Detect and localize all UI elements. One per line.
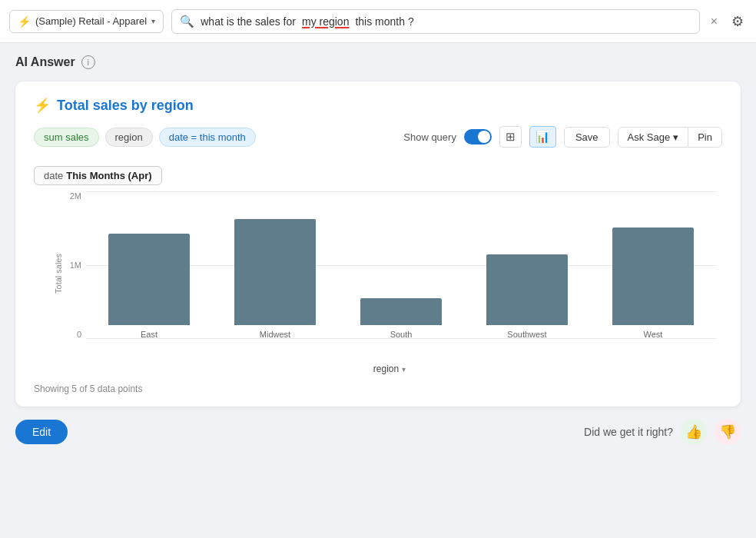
tags-row: sum sales region date = this month xyxy=(34,128,256,147)
bar-southwest xyxy=(486,254,569,325)
edit-button[interactable]: Edit xyxy=(15,420,68,444)
bar-east xyxy=(108,234,191,325)
feedback-text: Did we get it right? xyxy=(584,426,673,438)
date-badge-prefix: date xyxy=(44,170,63,181)
thumbup-button[interactable]: 👍 xyxy=(681,419,707,445)
bar-label-east: East xyxy=(141,330,158,339)
region-chevron-icon: ▾ xyxy=(402,365,406,374)
datasource-selector[interactable]: ⚡ (Sample) Retail - Apparel ▾ xyxy=(9,10,164,33)
ask-sage-label: Ask Sage xyxy=(628,131,671,143)
table-icon: ⊞ xyxy=(506,130,516,144)
y-label-1m: 1M xyxy=(70,261,81,270)
bar-midwest xyxy=(234,219,317,325)
thumbdown-button[interactable]: 👎 xyxy=(715,419,741,445)
clear-button[interactable]: × xyxy=(708,14,721,29)
bar-chart-icon: 📊 xyxy=(536,130,550,144)
card-title-group: ⚡ Total sales by region xyxy=(34,97,194,114)
search-query-region: my region xyxy=(302,15,349,28)
bar-south xyxy=(360,298,443,325)
card-footer: Showing 5 of 5 data points xyxy=(34,384,722,394)
bar-label-south: South xyxy=(390,330,413,339)
show-query-label: Show query xyxy=(403,131,456,143)
bar-group-southwest: Southwest xyxy=(464,191,590,339)
settings-button[interactable]: ⚙ xyxy=(728,10,747,33)
bar-group-south: South xyxy=(338,191,464,339)
datasource-label: (Sample) Retail - Apparel xyxy=(35,15,147,27)
datasource-icon: ⚡ xyxy=(18,15,31,28)
ai-answer-title: AI Answer xyxy=(15,55,75,69)
y-axis-labels: 2M 1M 0 xyxy=(57,191,86,339)
bar-west xyxy=(612,227,695,325)
top-bar: ⚡ (Sample) Retail - Apparel ▾ 🔍 what is … xyxy=(0,0,756,43)
bar-label-southwest: Southwest xyxy=(507,330,546,339)
ai-answer-header: AI Answer i xyxy=(15,55,741,69)
tag-date[interactable]: date = this month xyxy=(159,128,256,147)
region-label-row[interactable]: region ▾ xyxy=(57,364,722,374)
bottom-bar: Edit Did we get it right? 👍 👎 xyxy=(15,419,741,445)
chart-card: ⚡ Total sales by region sum sales region… xyxy=(15,81,741,407)
bar-group-west: West xyxy=(590,191,716,339)
search-query-suffix: this month ? xyxy=(355,15,413,28)
region-dropdown-label: region xyxy=(373,364,399,374)
pin-button[interactable]: Pin xyxy=(688,127,722,148)
datasource-chevron-icon: ▾ xyxy=(151,17,155,25)
bar-label-midwest: Midwest xyxy=(260,330,290,339)
ask-sage-button[interactable]: Ask Sage ▾ xyxy=(618,127,689,148)
bar-group-east: East xyxy=(86,191,212,339)
bar-group-midwest: Midwest xyxy=(212,191,338,339)
main-content: AI Answer i ⚡ Total sales by region sum … xyxy=(0,43,756,538)
table-view-button[interactable]: ⊞ xyxy=(499,126,522,148)
tag-region[interactable]: region xyxy=(105,128,153,147)
y-label-0: 0 xyxy=(77,330,81,339)
data-points-text: Showing 5 of 5 data points xyxy=(34,384,142,394)
chart-wrapper: Total sales 2M 1M 0 xyxy=(34,191,722,374)
bar-label-west: West xyxy=(644,330,663,339)
tag-sum-sales[interactable]: sum sales xyxy=(34,128,99,147)
ai-answer-info-icon[interactable]: i xyxy=(81,55,95,69)
card-title-text: Total sales by region xyxy=(57,98,194,114)
search-icon: 🔍 xyxy=(180,15,194,28)
controls-row: Show query ⊞ 📊 Save Ask Sage ▾ Pin xyxy=(403,126,722,148)
save-button[interactable]: Save xyxy=(564,127,610,148)
chart-area: 2M 1M 0 East xyxy=(57,191,722,360)
date-badge[interactable]: date This Months (Apr) xyxy=(34,166,162,185)
bars-container: East Midwest South Southwe xyxy=(86,191,716,339)
bar-chart-view-button[interactable]: 📊 xyxy=(529,126,556,148)
y-label-2m: 2M xyxy=(70,191,81,201)
feedback-row: Did we get it right? 👍 👎 xyxy=(584,419,741,445)
card-header: ⚡ Total sales by region xyxy=(34,97,722,114)
ask-sage-chevron-icon: ▾ xyxy=(673,131,678,143)
show-query-toggle[interactable] xyxy=(464,129,492,144)
search-query-prefix: what is the sales for xyxy=(201,15,296,28)
ask-sage-group: Ask Sage ▾ Pin xyxy=(618,127,722,148)
card-sage-icon: ⚡ xyxy=(34,97,51,114)
date-badge-value: This Months (Apr) xyxy=(66,170,151,181)
search-bar: 🔍 what is the sales for my region this m… xyxy=(171,9,699,34)
